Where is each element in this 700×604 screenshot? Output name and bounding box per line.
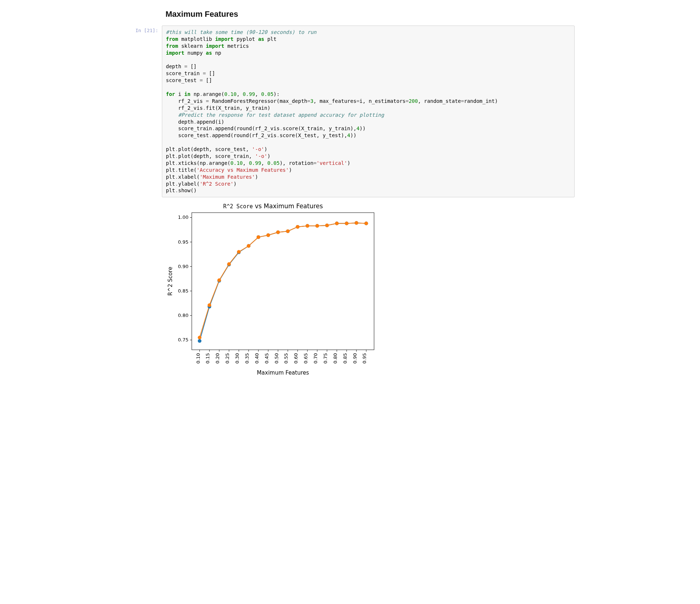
svg-point-85 — [355, 221, 358, 225]
svg-point-76 — [267, 233, 270, 237]
output-area: R^2 Score vs Maximum Features 0.750.800.… — [166, 202, 575, 378]
svg-point-81 — [315, 224, 319, 228]
svg-point-70 — [207, 303, 211, 307]
svg-text:1.00: 1.00 — [178, 215, 188, 220]
svg-point-74 — [247, 244, 250, 248]
input-prompt: In [21]: — [125, 26, 162, 33]
code-block: #this will take some time (90-120 second… — [166, 29, 571, 194]
svg-text:0.35: 0.35 — [244, 353, 250, 364]
code-input-area[interactable]: #this will take some time (90-120 second… — [162, 26, 575, 197]
code-cell: In [21]: #this will take some time (90-1… — [125, 26, 575, 197]
svg-text:0.50: 0.50 — [274, 353, 279, 364]
section-heading: Maximum Features — [166, 9, 575, 19]
svg-text:0.85: 0.85 — [342, 353, 348, 364]
svg-text:0.40: 0.40 — [254, 353, 260, 364]
svg-point-73 — [237, 250, 241, 254]
svg-text:0.20: 0.20 — [215, 353, 220, 364]
svg-text:0.15: 0.15 — [205, 353, 210, 364]
svg-text:0.95: 0.95 — [178, 239, 188, 245]
svg-text:0.90: 0.90 — [352, 353, 358, 364]
svg-text:0.75: 0.75 — [178, 337, 188, 343]
svg-point-84 — [345, 222, 349, 225]
svg-text:0.70: 0.70 — [313, 353, 318, 364]
svg-point-86 — [364, 222, 368, 225]
chart-svg: 0.750.800.850.900.951.000.100.150.200.25… — [166, 210, 381, 378]
svg-text:0.95: 0.95 — [362, 353, 367, 364]
svg-point-78 — [286, 229, 289, 233]
svg-text:0.45: 0.45 — [264, 353, 269, 364]
svg-point-75 — [257, 236, 260, 239]
svg-point-77 — [276, 231, 280, 234]
svg-point-82 — [325, 224, 329, 227]
svg-text:Maximum Features: Maximum Features — [257, 369, 309, 376]
svg-point-79 — [296, 225, 299, 229]
svg-text:0.65: 0.65 — [303, 353, 308, 364]
svg-text:0.55: 0.55 — [283, 353, 289, 364]
chart-title-prefix: R^2 Score — [223, 203, 253, 210]
svg-text:0.60: 0.60 — [293, 353, 299, 364]
svg-text:R^2 Score: R^2 Score — [167, 267, 174, 296]
svg-point-51 — [198, 339, 202, 343]
chart: R^2 Score vs Maximum Features 0.750.800.… — [166, 202, 381, 378]
svg-point-80 — [306, 224, 309, 228]
chart-title-suffix: vs Maximum Features — [253, 202, 323, 210]
svg-point-69 — [198, 336, 202, 340]
svg-text:0.10: 0.10 — [195, 353, 201, 364]
svg-text:0.30: 0.30 — [234, 353, 240, 364]
svg-text:0.90: 0.90 — [178, 264, 188, 269]
svg-text:0.75: 0.75 — [323, 353, 328, 364]
svg-point-83 — [335, 222, 339, 225]
svg-text:0.85: 0.85 — [178, 288, 188, 294]
svg-point-71 — [217, 279, 221, 282]
svg-text:0.25: 0.25 — [225, 353, 230, 364]
svg-text:0.80: 0.80 — [332, 353, 338, 364]
svg-point-72 — [227, 262, 231, 266]
svg-text:0.80: 0.80 — [178, 313, 188, 318]
chart-title: R^2 Score vs Maximum Features — [166, 202, 381, 210]
